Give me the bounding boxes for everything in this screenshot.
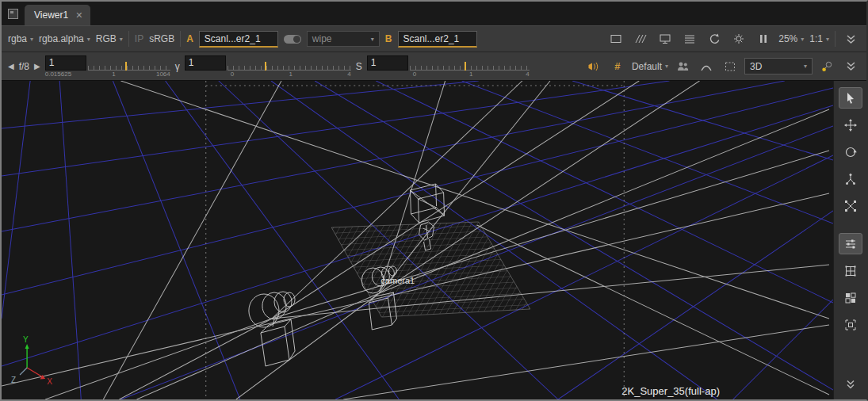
curve-icon[interactable] (697, 58, 716, 75)
axis-x-label: X (47, 377, 52, 386)
chevron-down-icon: ▾ (826, 36, 829, 43)
3d-scene[interactable]: camera1 2K_Super_35(full-ap) Y X Z (2, 81, 833, 399)
view-mode-value: 3D (750, 61, 762, 72)
quad-view-button[interactable] (839, 287, 862, 308)
channels-select[interactable]: rgba ▾ (8, 33, 33, 44)
wipe-value: wipe (312, 33, 332, 44)
saturation-slider-handle[interactable] (465, 62, 466, 71)
pause-icon[interactable] (754, 30, 773, 48)
tick-label: 1064 (156, 71, 170, 78)
camera-label: camera1 (380, 276, 415, 285)
select-tool-button[interactable] (839, 87, 862, 109)
gamma-slider[interactable] (228, 64, 351, 71)
view-mode-select[interactable]: 3D ▾ (744, 58, 813, 74)
viewer-main: camera1 2K_Super_35(full-ap) Y X Z (2, 81, 866, 399)
gamma-slider-handle[interactable] (265, 62, 266, 71)
viewer-toolbar-right (833, 81, 866, 399)
viewer-toolbar-controls: ◀ f/8 ▶ 0.015625 1 1064 γ (2, 52, 866, 81)
channels-value: rgba (8, 33, 27, 44)
3d-viewport[interactable]: camera1 2K_Super_35(full-ap) Y X Z (2, 81, 833, 399)
b-buffer-label: B (385, 33, 392, 44)
axis-gizmo: Y X Z (11, 335, 52, 386)
rotate-tool-button[interactable] (839, 141, 862, 162)
viewer-window: Viewer1 ✕ rgba ▾ rgba.alpha ▾ RGB ▾ IP s… (0, 0, 868, 401)
chevron-down-icon: ▾ (30, 36, 33, 43)
people-icon[interactable] (673, 58, 692, 75)
gamma-control: 0 1 4 (185, 55, 351, 78)
collapse-toolbar-icon[interactable] (841, 30, 860, 48)
lights-icon[interactable] (584, 58, 603, 75)
ab-swap-toggle[interactable] (284, 35, 301, 44)
zoom-value: 25% (778, 33, 797, 44)
diagonal-stripes-icon[interactable] (631, 30, 650, 48)
tick-label: 0 (231, 71, 234, 78)
wireframe-grid-button[interactable] (839, 260, 862, 281)
zoom-select[interactable]: 25% ▾ (778, 33, 804, 44)
gear-icon[interactable] (729, 30, 748, 48)
b-buffer-select[interactable]: Scanl...er2_1 (398, 31, 477, 48)
color-sample-icon[interactable] (817, 58, 836, 75)
frame-view-button[interactable] (839, 314, 862, 335)
a-buffer-label: A (186, 33, 193, 44)
display-style-value: RGB (96, 33, 117, 44)
separator (180, 31, 181, 47)
chevron-down-icon: ▾ (804, 63, 807, 70)
marquee-icon[interactable] (721, 58, 740, 75)
translate-tool-button[interactable] (839, 114, 862, 136)
increase-gain-button[interactable]: ▶ (34, 62, 40, 71)
toggle-knob-icon (293, 36, 300, 43)
saturation-input[interactable] (367, 55, 408, 71)
tick-label: 1 (289, 71, 293, 78)
pane-menu-icon[interactable] (8, 9, 18, 19)
format-label: 2K_Super_35(full-ap) (621, 385, 720, 397)
gain-slider-handle[interactable] (125, 62, 127, 71)
gamma-input[interactable] (185, 55, 226, 71)
gamma-label: γ (175, 61, 180, 72)
tick-label: 1 (469, 71, 472, 78)
tick-label: 4 (526, 71, 529, 78)
scale-tool-button[interactable] (839, 195, 862, 216)
tick-label: 1 (112, 71, 115, 78)
chevron-down-icon: ▾ (87, 36, 90, 43)
refresh-icon[interactable] (705, 30, 724, 48)
proxy-value: 1:1 (809, 33, 823, 44)
chevron-down-icon: ▾ (371, 36, 374, 43)
tab-label: Viewer1 (34, 10, 68, 21)
saturation-tick-labels: 0 1 4 (413, 71, 530, 78)
gain-input[interactable] (45, 55, 86, 71)
tick-label: 4 (347, 71, 350, 78)
a-buffer-select[interactable]: Scanl...er2_1 (199, 31, 278, 48)
tab-viewer1[interactable]: Viewer1 ✕ (25, 5, 90, 25)
viewer-toolbar-top: rgba ▾ rgba.alpha ▾ RGB ▾ IP sRGB A Scan… (2, 25, 866, 52)
alpha-channel-select[interactable]: rgba.alpha ▾ (39, 33, 90, 44)
grid-snap-icon[interactable]: # (608, 58, 627, 75)
gain-slider[interactable] (88, 64, 170, 71)
saturation-slider[interactable] (410, 64, 530, 71)
colorspace-button[interactable]: sRGB (149, 33, 174, 44)
display-style-select[interactable]: RGB ▾ (96, 33, 123, 44)
chevron-down-icon: ▾ (801, 36, 804, 43)
wipe-mode-select[interactable]: wipe ▾ (307, 31, 380, 47)
collapse-toolbar-button[interactable] (839, 373, 862, 395)
collapse-toolbar-icon[interactable] (841, 58, 860, 75)
frame-box-icon[interactable] (606, 30, 625, 48)
fstop-label: f/8 (19, 61, 29, 72)
saturation-label: S (356, 61, 362, 72)
separator (128, 31, 129, 47)
decrease-gain-button[interactable]: ◀ (8, 62, 14, 71)
display-sliders-button[interactable] (839, 233, 862, 254)
monitor-out-icon[interactable] (656, 30, 675, 48)
close-icon[interactable]: ✕ (75, 10, 82, 21)
lut-select[interactable]: Default ▾ (632, 61, 668, 72)
saturation-control: 0 1 4 (367, 55, 530, 78)
gain-control: 0.015625 1 1064 (45, 55, 170, 78)
axis-tool-button[interactable] (839, 168, 862, 189)
tick-label: 0 (413, 71, 416, 78)
axis-y-label: Y (23, 335, 29, 344)
gamma-tick-labels: 0 1 4 (231, 71, 351, 78)
input-process-button[interactable]: IP (135, 33, 143, 44)
scanlines-icon[interactable] (680, 30, 699, 48)
chevron-down-icon: ▾ (120, 36, 123, 43)
tick-label: 0.015625 (45, 71, 71, 78)
proxy-scale-select[interactable]: 1:1 ▾ (809, 33, 829, 44)
